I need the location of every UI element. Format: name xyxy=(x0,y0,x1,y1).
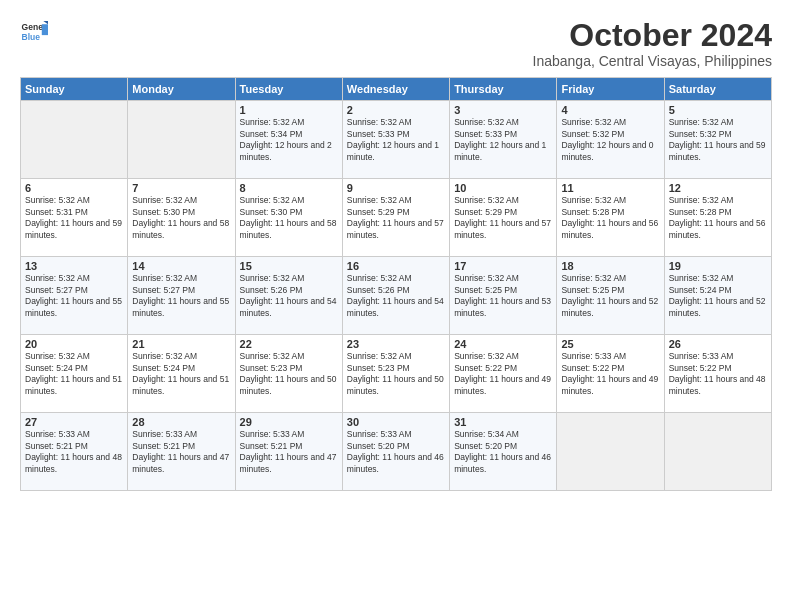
calendar-cell: 16Sunrise: 5:32 AMSunset: 5:26 PMDayligh… xyxy=(342,257,449,335)
calendar-cell: 17Sunrise: 5:32 AMSunset: 5:25 PMDayligh… xyxy=(450,257,557,335)
calendar-cell: 24Sunrise: 5:32 AMSunset: 5:22 PMDayligh… xyxy=(450,335,557,413)
column-header-friday: Friday xyxy=(557,78,664,101)
calendar-cell: 14Sunrise: 5:32 AMSunset: 5:27 PMDayligh… xyxy=(128,257,235,335)
cell-content: Sunrise: 5:32 AMSunset: 5:23 PMDaylight:… xyxy=(240,351,338,397)
day-number: 12 xyxy=(669,182,767,194)
cell-content: Sunrise: 5:32 AMSunset: 5:22 PMDaylight:… xyxy=(454,351,552,397)
calendar-cell: 30Sunrise: 5:33 AMSunset: 5:20 PMDayligh… xyxy=(342,413,449,491)
column-header-monday: Monday xyxy=(128,78,235,101)
day-number: 11 xyxy=(561,182,659,194)
calendar-cell: 29Sunrise: 5:33 AMSunset: 5:21 PMDayligh… xyxy=(235,413,342,491)
logo: General Blue xyxy=(20,18,48,46)
cell-content: Sunrise: 5:32 AMSunset: 5:26 PMDaylight:… xyxy=(347,273,445,319)
cell-content: Sunrise: 5:32 AMSunset: 5:29 PMDaylight:… xyxy=(347,195,445,241)
calendar-cell: 22Sunrise: 5:32 AMSunset: 5:23 PMDayligh… xyxy=(235,335,342,413)
calendar-cell: 2Sunrise: 5:32 AMSunset: 5:33 PMDaylight… xyxy=(342,101,449,179)
column-header-sunday: Sunday xyxy=(21,78,128,101)
day-number: 4 xyxy=(561,104,659,116)
cell-content: Sunrise: 5:32 AMSunset: 5:34 PMDaylight:… xyxy=(240,117,338,163)
day-number: 17 xyxy=(454,260,552,272)
cell-content: Sunrise: 5:33 AMSunset: 5:20 PMDaylight:… xyxy=(347,429,445,475)
svg-marker-2 xyxy=(42,24,48,35)
day-number: 13 xyxy=(25,260,123,272)
calendar-cell: 10Sunrise: 5:32 AMSunset: 5:29 PMDayligh… xyxy=(450,179,557,257)
calendar-cell: 28Sunrise: 5:33 AMSunset: 5:21 PMDayligh… xyxy=(128,413,235,491)
calendar-cell: 6Sunrise: 5:32 AMSunset: 5:31 PMDaylight… xyxy=(21,179,128,257)
calendar-cell: 18Sunrise: 5:32 AMSunset: 5:25 PMDayligh… xyxy=(557,257,664,335)
calendar-cell xyxy=(664,413,771,491)
subtitle: Inabanga, Central Visayas, Philippines xyxy=(533,53,772,69)
calendar-cell: 3Sunrise: 5:32 AMSunset: 5:33 PMDaylight… xyxy=(450,101,557,179)
column-header-thursday: Thursday xyxy=(450,78,557,101)
day-number: 28 xyxy=(132,416,230,428)
cell-content: Sunrise: 5:32 AMSunset: 5:30 PMDaylight:… xyxy=(240,195,338,241)
cell-content: Sunrise: 5:32 AMSunset: 5:32 PMDaylight:… xyxy=(561,117,659,163)
calendar-cell: 21Sunrise: 5:32 AMSunset: 5:24 PMDayligh… xyxy=(128,335,235,413)
day-number: 5 xyxy=(669,104,767,116)
page: General Blue October 2024 Inabanga, Cent… xyxy=(0,0,792,612)
calendar-cell xyxy=(128,101,235,179)
cell-content: Sunrise: 5:32 AMSunset: 5:24 PMDaylight:… xyxy=(25,351,123,397)
calendar-cell: 20Sunrise: 5:32 AMSunset: 5:24 PMDayligh… xyxy=(21,335,128,413)
day-number: 2 xyxy=(347,104,445,116)
day-number: 7 xyxy=(132,182,230,194)
calendar-cell: 15Sunrise: 5:32 AMSunset: 5:26 PMDayligh… xyxy=(235,257,342,335)
calendar-cell: 11Sunrise: 5:32 AMSunset: 5:28 PMDayligh… xyxy=(557,179,664,257)
calendar-cell: 13Sunrise: 5:32 AMSunset: 5:27 PMDayligh… xyxy=(21,257,128,335)
calendar-cell: 5Sunrise: 5:32 AMSunset: 5:32 PMDaylight… xyxy=(664,101,771,179)
cell-content: Sunrise: 5:32 AMSunset: 5:32 PMDaylight:… xyxy=(669,117,767,163)
cell-content: Sunrise: 5:32 AMSunset: 5:24 PMDaylight:… xyxy=(669,273,767,319)
calendar-cell: 8Sunrise: 5:32 AMSunset: 5:30 PMDaylight… xyxy=(235,179,342,257)
day-number: 23 xyxy=(347,338,445,350)
calendar-cell: 12Sunrise: 5:32 AMSunset: 5:28 PMDayligh… xyxy=(664,179,771,257)
calendar-cell: 23Sunrise: 5:32 AMSunset: 5:23 PMDayligh… xyxy=(342,335,449,413)
day-number: 20 xyxy=(25,338,123,350)
day-number: 26 xyxy=(669,338,767,350)
day-number: 29 xyxy=(240,416,338,428)
cell-content: Sunrise: 5:32 AMSunset: 5:30 PMDaylight:… xyxy=(132,195,230,241)
calendar-cell: 9Sunrise: 5:32 AMSunset: 5:29 PMDaylight… xyxy=(342,179,449,257)
day-number: 3 xyxy=(454,104,552,116)
day-number: 24 xyxy=(454,338,552,350)
cell-content: Sunrise: 5:32 AMSunset: 5:27 PMDaylight:… xyxy=(25,273,123,319)
month-title: October 2024 xyxy=(533,18,772,53)
cell-content: Sunrise: 5:32 AMSunset: 5:28 PMDaylight:… xyxy=(561,195,659,241)
day-number: 14 xyxy=(132,260,230,272)
title-block: October 2024 Inabanga, Central Visayas, … xyxy=(533,18,772,69)
calendar-cell xyxy=(21,101,128,179)
day-number: 30 xyxy=(347,416,445,428)
calendar-cell: 19Sunrise: 5:32 AMSunset: 5:24 PMDayligh… xyxy=(664,257,771,335)
day-number: 18 xyxy=(561,260,659,272)
day-number: 19 xyxy=(669,260,767,272)
cell-content: Sunrise: 5:33 AMSunset: 5:21 PMDaylight:… xyxy=(25,429,123,475)
cell-content: Sunrise: 5:33 AMSunset: 5:22 PMDaylight:… xyxy=(561,351,659,397)
svg-text:Blue: Blue xyxy=(22,32,41,42)
cell-content: Sunrise: 5:32 AMSunset: 5:23 PMDaylight:… xyxy=(347,351,445,397)
day-number: 9 xyxy=(347,182,445,194)
calendar-cell: 4Sunrise: 5:32 AMSunset: 5:32 PMDaylight… xyxy=(557,101,664,179)
day-number: 10 xyxy=(454,182,552,194)
day-number: 21 xyxy=(132,338,230,350)
day-number: 25 xyxy=(561,338,659,350)
column-header-wednesday: Wednesday xyxy=(342,78,449,101)
day-number: 15 xyxy=(240,260,338,272)
cell-content: Sunrise: 5:32 AMSunset: 5:28 PMDaylight:… xyxy=(669,195,767,241)
day-number: 8 xyxy=(240,182,338,194)
calendar-cell: 26Sunrise: 5:33 AMSunset: 5:22 PMDayligh… xyxy=(664,335,771,413)
calendar-table: SundayMondayTuesdayWednesdayThursdayFrid… xyxy=(20,77,772,491)
column-header-tuesday: Tuesday xyxy=(235,78,342,101)
day-number: 16 xyxy=(347,260,445,272)
cell-content: Sunrise: 5:32 AMSunset: 5:24 PMDaylight:… xyxy=(132,351,230,397)
cell-content: Sunrise: 5:32 AMSunset: 5:25 PMDaylight:… xyxy=(454,273,552,319)
cell-content: Sunrise: 5:34 AMSunset: 5:20 PMDaylight:… xyxy=(454,429,552,475)
logo-icon: General Blue xyxy=(20,18,48,46)
calendar-cell xyxy=(557,413,664,491)
calendar-cell: 31Sunrise: 5:34 AMSunset: 5:20 PMDayligh… xyxy=(450,413,557,491)
cell-content: Sunrise: 5:33 AMSunset: 5:21 PMDaylight:… xyxy=(132,429,230,475)
day-number: 27 xyxy=(25,416,123,428)
cell-content: Sunrise: 5:32 AMSunset: 5:33 PMDaylight:… xyxy=(454,117,552,163)
cell-content: Sunrise: 5:32 AMSunset: 5:33 PMDaylight:… xyxy=(347,117,445,163)
day-number: 22 xyxy=(240,338,338,350)
calendar-cell: 7Sunrise: 5:32 AMSunset: 5:30 PMDaylight… xyxy=(128,179,235,257)
day-number: 6 xyxy=(25,182,123,194)
